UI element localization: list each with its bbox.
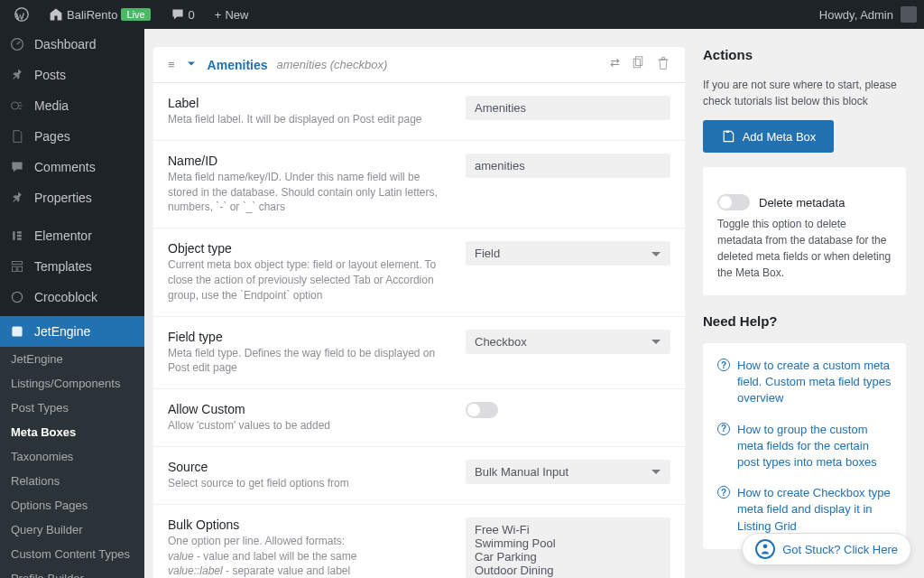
row-name: Name/IDMeta field name/key/ID. Under thi… <box>153 141 685 228</box>
svg-rect-18 <box>633 59 640 68</box>
delete-icon[interactable] <box>656 56 670 73</box>
svg-point-2 <box>12 102 19 109</box>
menu-properties[interactable]: Properties <box>0 182 144 213</box>
sub-listings[interactable]: Listings/Components <box>0 371 144 396</box>
delete-metadata-label: Delete metadata <box>759 196 845 210</box>
avatar <box>901 6 917 23</box>
sub-taxonomies[interactable]: Taxonomies <box>0 444 144 469</box>
templates-icon <box>9 258 25 275</box>
user-menu[interactable]: Howdy, Admin <box>819 6 917 23</box>
svg-rect-6 <box>17 238 22 239</box>
sub-metaboxes[interactable]: Meta Boxes <box>0 420 144 444</box>
sub-profile[interactable]: Profile Builder <box>0 566 144 578</box>
question-icon: ? <box>717 359 730 371</box>
delete-metadata-desc: Toggle this option to delete metadata fr… <box>717 216 892 281</box>
menu-crocoblock[interactable]: Crocoblock <box>0 282 144 312</box>
pin-icon <box>9 190 25 206</box>
label-input[interactable] <box>466 96 670 120</box>
sub-options[interactable]: Options Pages <box>0 493 144 517</box>
row-objtype: Object typeCurrent meta box object type:… <box>153 228 685 316</box>
question-icon: ? <box>717 423 730 435</box>
new-content[interactable]: + New <box>208 8 256 22</box>
actions-hint: If you are not sure where to start, plea… <box>703 77 906 109</box>
help-link-1[interactable]: ?How to create a custom meta field. Cust… <box>717 350 892 415</box>
actions-heading: Actions <box>703 47 906 62</box>
field-header: ≡ Amenities amenities (checkbox) ⇄ <box>153 47 685 83</box>
svg-rect-3 <box>13 231 14 240</box>
row-label: LabelMeta field label. It will be displa… <box>153 83 685 141</box>
crocoblock-icon <box>9 289 25 305</box>
comment-icon <box>9 159 25 175</box>
svg-rect-7 <box>12 261 22 264</box>
allowcustom-toggle[interactable] <box>466 402 498 418</box>
name-input[interactable] <box>466 154 670 178</box>
delete-metadata-toggle[interactable] <box>717 194 750 210</box>
svg-rect-20 <box>725 131 728 133</box>
svg-rect-4 <box>17 231 22 233</box>
fieldtype-select[interactable]: Checkbox <box>466 330 670 354</box>
media-icon <box>9 98 25 114</box>
comments-count[interactable]: 0 <box>163 7 202 22</box>
sub-jetengine[interactable]: JetEngine <box>0 347 144 371</box>
svg-rect-9 <box>18 266 23 272</box>
question-icon: ? <box>717 486 730 499</box>
sub-cct[interactable]: Custom Content Types <box>0 542 144 566</box>
submenu-jetengine: JetEngine Listings/Components Post Types… <box>0 347 144 578</box>
menu-pages[interactable]: Pages <box>0 121 144 152</box>
source-select[interactable]: Bulk Manual Input <box>466 460 670 484</box>
add-metabox-button[interactable]: Add Meta Box <box>703 120 834 153</box>
shuffle-icon[interactable]: ⇄ <box>610 56 620 73</box>
help-heading: Need Help? <box>703 313 906 329</box>
copy-icon[interactable] <box>631 56 645 73</box>
site-name[interactable]: BaliRentoLive <box>42 7 158 22</box>
menu-dashboard[interactable]: Dashboard <box>0 29 144 60</box>
help-icon <box>755 539 775 559</box>
bulk-textarea[interactable] <box>466 517 670 578</box>
menu-comments[interactable]: Comments <box>0 152 144 182</box>
svg-rect-19 <box>636 57 642 66</box>
row-bulk: Bulk Options One option per line. Allowe… <box>153 505 685 578</box>
menu-templates[interactable]: Templates <box>0 251 144 282</box>
jetengine-icon <box>9 323 25 340</box>
sub-relations[interactable]: Relations <box>0 469 144 493</box>
drag-icon[interactable]: ≡ <box>168 58 175 71</box>
field-title: Amenities <box>208 58 268 72</box>
admin-sidebar: Dashboard Posts Media Pages Comments Pro… <box>0 29 144 578</box>
elementor-icon <box>9 228 25 244</box>
sub-query[interactable]: Query Builder <box>0 517 144 542</box>
sub-posttypes[interactable]: Post Types <box>0 396 144 420</box>
pages-icon <box>9 128 25 144</box>
row-source: SourceSelect source to get field options… <box>153 447 685 505</box>
admin-bar: BaliRentoLive 0 + New Howdy, Admin <box>0 0 924 29</box>
svg-rect-11 <box>12 326 22 336</box>
got-stuck-button[interactable]: Got Stuck? Click Here <box>742 533 911 565</box>
live-badge: Live <box>121 8 150 21</box>
objtype-select[interactable]: Field <box>466 241 670 266</box>
help-link-2[interactable]: ?How to group the custom meta fields for… <box>717 415 892 479</box>
dashboard-icon <box>9 36 25 52</box>
menu-elementor[interactable]: Elementor <box>0 220 144 251</box>
menu-media[interactable]: Media <box>0 90 144 121</box>
svg-rect-8 <box>12 266 16 272</box>
svg-rect-5 <box>17 235 22 237</box>
menu-jetengine[interactable]: JetEngine <box>0 316 144 347</box>
menu-posts[interactable]: Posts <box>0 60 144 90</box>
svg-point-10 <box>12 292 22 302</box>
field-subtitle: amenities (checkbox) <box>277 58 388 71</box>
pin-icon <box>9 67 25 83</box>
chevron-down-icon[interactable] <box>184 56 199 73</box>
wp-logo[interactable] <box>7 7 36 22</box>
row-fieldtype: Field typeMeta field type. Defines the w… <box>153 317 685 390</box>
svg-point-21 <box>763 544 768 548</box>
row-allowcustom: Allow CustomAllow 'custom' values to be … <box>153 389 685 447</box>
